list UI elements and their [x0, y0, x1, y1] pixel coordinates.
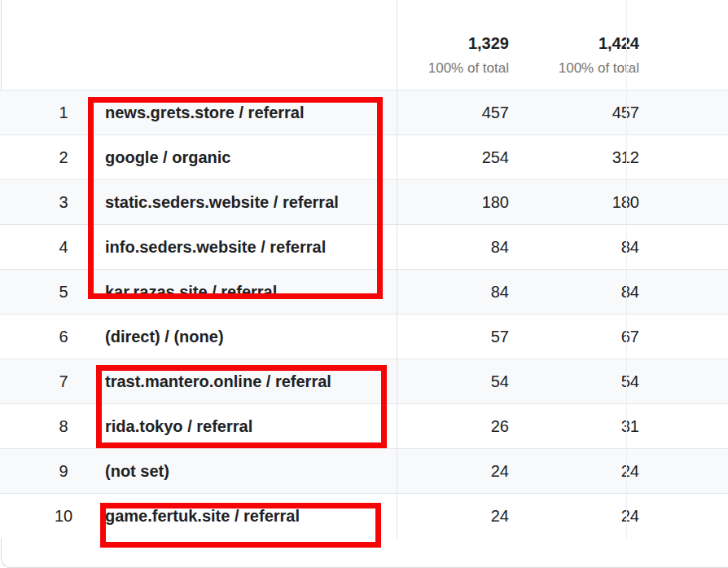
row-metric1-value: 57 — [491, 328, 509, 346]
metric1-total-note: 100% of total — [428, 60, 509, 76]
table-row[interactable]: 10game.fertuk.site / referral2424 — [0, 493, 728, 538]
row-metric1-value: 254 — [482, 148, 509, 167]
row-rank: 7 — [39, 372, 88, 391]
row-source-medium[interactable]: trast.mantero.online / referral — [105, 372, 331, 391]
row-metric2-value: 54 — [621, 372, 639, 391]
table-row[interactable]: 5kar.razas.site / referral8484 — [0, 269, 728, 314]
analytics-table-panel: 1,329 100% of total 1,424 100% of total … — [0, 0, 728, 568]
metric2-total-value: 1,424 — [559, 34, 639, 53]
row-metric2-value: 24 — [621, 507, 639, 526]
metric1-total-value: 1,329 — [428, 34, 509, 53]
row-rank: 9 — [39, 462, 88, 481]
row-source-medium[interactable]: kar.razas.site / referral — [105, 283, 277, 302]
row-rank: 1 — [39, 103, 88, 122]
row-rank: 2 — [39, 148, 88, 167]
row-source-medium[interactable]: info.seders.website / referral — [105, 238, 326, 257]
table-row[interactable]: 4info.seders.website / referral8484 — [0, 224, 728, 269]
row-rank: 4 — [39, 238, 88, 257]
column-divider-1 — [397, 0, 397, 539]
row-metric1-value: 24 — [491, 507, 509, 526]
table-row[interactable]: 8rida.tokyo / referral2631 — [0, 403, 728, 448]
row-metric1-value: 26 — [491, 417, 509, 436]
row-source-medium[interactable]: rida.tokyo / referral — [105, 417, 252, 436]
row-metric1-value: 54 — [491, 372, 509, 391]
row-metric2-value: 24 — [621, 462, 639, 481]
row-metric2-value: 31 — [621, 417, 639, 436]
row-metric1-value: 180 — [482, 193, 509, 212]
row-metric2-value: 67 — [621, 328, 639, 346]
row-metric1-value: 24 — [491, 462, 509, 481]
row-source-medium[interactable]: (direct) / (none) — [105, 328, 224, 346]
row-metric1-value: 457 — [482, 103, 509, 122]
row-source-medium[interactable]: game.fertuk.site / referral — [105, 507, 300, 526]
row-source-medium[interactable]: (not set) — [105, 462, 169, 481]
metric1-total-block: 1,329 100% of total — [428, 34, 509, 76]
table-row[interactable]: 2google / organic254312 — [0, 134, 728, 179]
table-row[interactable]: 7trast.mantero.online / referral5454 — [0, 359, 728, 403]
row-source-medium[interactable]: static.seders.website / referral — [105, 193, 339, 212]
row-source-medium[interactable]: google / organic — [105, 148, 230, 167]
row-metric2-value: 84 — [621, 283, 639, 302]
row-rank: 8 — [39, 417, 88, 436]
table-row[interactable]: 1news.grets.store / referral457457 — [0, 90, 728, 134]
metric2-total-note: 100% of total — [559, 60, 639, 76]
column-divider-2 — [626, 0, 627, 539]
table-row[interactable]: 9(not set)2424 — [0, 448, 728, 493]
row-metric2-value: 84 — [621, 238, 639, 257]
row-rank: 3 — [39, 193, 88, 212]
table-rows: 1news.grets.store / referral4574572googl… — [0, 90, 728, 538]
metric2-total-block: 1,424 100% of total — [559, 34, 639, 76]
row-source-medium[interactable]: news.grets.store / referral — [105, 103, 305, 122]
row-metric1-value: 84 — [491, 283, 509, 302]
row-rank: 5 — [39, 283, 88, 302]
row-metric1-value: 84 — [491, 238, 509, 257]
table-row[interactable]: 6(direct) / (none)5767 — [0, 314, 728, 359]
table-row[interactable]: 3static.seders.website / referral180180 — [0, 179, 728, 224]
row-rank: 10 — [39, 507, 88, 526]
row-rank: 6 — [39, 328, 88, 346]
